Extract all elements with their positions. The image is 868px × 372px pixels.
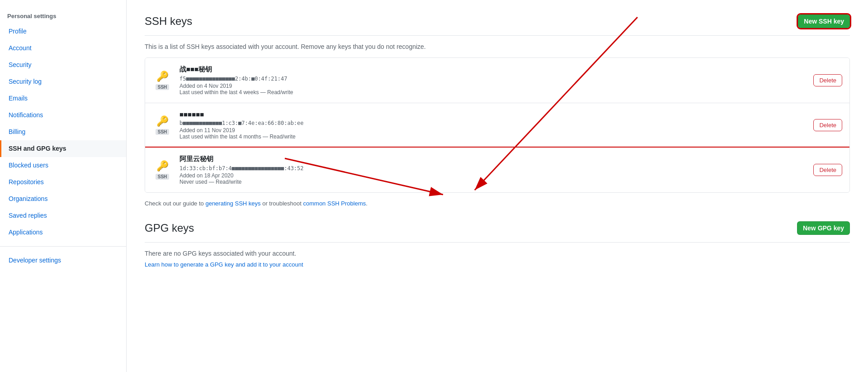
ssh-key-item-2: 🔑 SSH ■■■■■■ b■■■■■■■■■■■■1:c3:■7:4e:ea:… xyxy=(145,103,849,148)
key1-info: 战■■■秘钥 f5■■■■■■■■■■■■■■■2:4b:■0:4f:21:47… xyxy=(179,65,806,95)
key2-lastused: Last used within the last 4 months — Rea… xyxy=(179,134,806,140)
key1-fingerprint: f5■■■■■■■■■■■■■■■2:4b:■0:4f:21:47 xyxy=(179,76,806,82)
key2-fingerprint: b■■■■■■■■■■■■1:c3:■7:4e:ea:66:80:ab:ee xyxy=(179,120,806,126)
ssh-description: This is a list of SSH keys associated wi… xyxy=(145,43,850,50)
key1-icon-wrap: 🔑 SSH xyxy=(152,71,172,90)
key2-name: ■■■■■■ xyxy=(179,110,806,118)
sidebar-item-repositories[interactable]: Repositories xyxy=(0,174,126,191)
key1-icon: 🔑 xyxy=(156,71,169,82)
ssh-footer-links: Check out our guide to generating SSH ke… xyxy=(145,200,850,207)
ssh-section-header: SSH keys New SSH key xyxy=(145,14,850,36)
sidebar-item-notifications[interactable]: Notifications xyxy=(0,107,126,124)
key1-actions: Delete xyxy=(813,74,842,86)
key2-icon: 🔑 xyxy=(156,115,169,127)
key2-info: ■■■■■■ b■■■■■■■■■■■■1:c3:■7:4e:ea:66:80:… xyxy=(179,110,806,140)
key3-icon-wrap: 🔑 SSH xyxy=(152,160,172,180)
key2-badge: SSH xyxy=(156,129,170,135)
delete-key3-button[interactable]: Delete xyxy=(813,164,842,176)
delete-key2-button[interactable]: Delete xyxy=(813,119,842,131)
sidebar-item-applications[interactable]: Applications xyxy=(0,224,126,241)
new-ssh-key-button[interactable]: New SSH key xyxy=(798,14,850,28)
sidebar-item-security[interactable]: Security xyxy=(0,57,126,73)
key3-lastused: Never used — Read/write xyxy=(179,179,806,185)
key2-icon-wrap: 🔑 SSH xyxy=(152,115,172,135)
sidebar-item-blocked-users[interactable]: Blocked users xyxy=(0,157,126,174)
sidebar-divider xyxy=(0,246,126,247)
gpg-learn-link[interactable]: Learn how to generate a GPG key and add … xyxy=(145,261,303,268)
key1-badge: SSH xyxy=(156,84,170,90)
generating-ssh-keys-link[interactable]: generating SSH keys xyxy=(205,200,260,207)
gpg-empty-text: There are no GPG keys associated with yo… xyxy=(145,250,850,257)
delete-key1-button[interactable]: Delete xyxy=(813,74,842,86)
key3-actions: Delete xyxy=(813,164,842,176)
ssh-section-title: SSH keys xyxy=(145,15,192,28)
main-content: SSH keys New SSH key This is a list of S… xyxy=(127,0,868,372)
sidebar-personal-settings-header: Personal settings xyxy=(0,9,126,23)
sidebar-item-account[interactable]: Account xyxy=(0,40,126,57)
sidebar-item-saved-replies[interactable]: Saved replies xyxy=(0,207,126,224)
sidebar-item-ssh-gpg[interactable]: SSH and GPG keys xyxy=(0,140,126,157)
key3-added: Added on 18 Apr 2020 xyxy=(179,172,806,179)
key2-added: Added on 11 Nov 2019 xyxy=(179,127,806,134)
sidebar-developer-settings[interactable]: Developer settings xyxy=(0,252,126,269)
key3-icon: 🔑 xyxy=(156,160,169,172)
sidebar-item-emails[interactable]: Emails xyxy=(0,90,126,107)
key1-name: 战■■■秘钥 xyxy=(179,65,806,74)
gpg-section-title: GPG keys xyxy=(145,222,194,234)
key3-name: 阿里云秘钥 xyxy=(179,155,806,163)
sidebar-item-profile[interactable]: Profile xyxy=(0,23,126,40)
key3-info: 阿里云秘钥 1d:33:cb:bf:b7:4■■■■■■■■■■■■■■■■:4… xyxy=(179,155,806,185)
gpg-section-header: GPG keys New GPG key xyxy=(145,221,850,243)
key3-fingerprint: 1d:33:cb:bf:b7:4■■■■■■■■■■■■■■■■:43:52 xyxy=(179,165,806,172)
sidebar: Personal settings Profile Account Securi… xyxy=(0,0,127,372)
key2-actions: Delete xyxy=(813,119,842,131)
key1-added: Added on 4 Nov 2019 xyxy=(179,83,806,89)
sidebar-item-organizations[interactable]: Organizations xyxy=(0,191,126,207)
ssh-key-item-1: 🔑 SSH 战■■■秘钥 f5■■■■■■■■■■■■■■■2:4b:■0:4f… xyxy=(145,58,849,103)
common-ssh-problems-link[interactable]: common SSH Problems xyxy=(303,200,366,207)
key3-badge: SSH xyxy=(156,174,170,180)
key1-lastused: Last used within the last 4 weeks — Read… xyxy=(179,89,806,95)
sidebar-item-security-log[interactable]: Security log xyxy=(0,73,126,90)
sidebar-item-billing[interactable]: Billing xyxy=(0,124,126,140)
new-gpg-key-button[interactable]: New GPG key xyxy=(797,221,850,235)
ssh-keys-list: 🔑 SSH 战■■■秘钥 f5■■■■■■■■■■■■■■■2:4b:■0:4f… xyxy=(145,57,850,193)
ssh-key-item-3: 🔑 SSH 阿里云秘钥 1d:33:cb:bf:b7:4■■■■■■■■■■■■… xyxy=(145,148,849,192)
